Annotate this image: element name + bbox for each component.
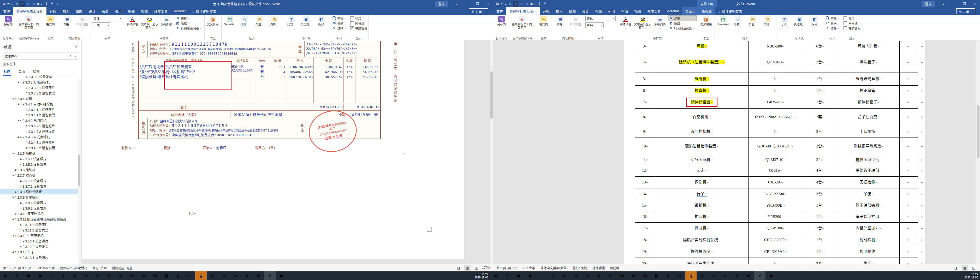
taskbar-icon[interactable]: ◉ (524, 271, 536, 280)
shapes-button[interactable]: ◇形状 ⌄ (238, 16, 252, 26)
ribbon-tab[interactable]: Acrobat (664, 7, 682, 15)
cell-blank[interactable] (900, 86, 916, 96)
cell-number[interactable]: 19 (635, 246, 655, 258)
ribbon-tab[interactable]: ☼ 操作说明搜索 (715, 7, 746, 15)
cell-purpose[interactable]: 生产 (838, 258, 900, 264)
taskbar-icon[interactable]: A (218, 271, 230, 280)
close-button[interactable]: ✕ (483, 0, 493, 7)
cell-purpose[interactable]: 管子抽真空 (838, 108, 900, 126)
compare-button[interactable]: ◫比较 ⌄ (285, 16, 299, 26)
shapes-button[interactable]: ◇形状 ⌄ (731, 16, 745, 26)
taskbar-icon[interactable]: ✎ (115, 271, 126, 280)
share-button[interactable]: ⎗共享⌄ (956, 8, 975, 14)
ribbon-tab[interactable]: 开发工具 (151, 7, 171, 15)
nav-tree-item[interactable]: 4.2.3.12.2 设备发票 (0, 244, 81, 249)
replace-button[interactable]: ab替换 (824, 21, 841, 25)
cell-name[interactable]: 空气压缩机 (655, 155, 749, 165)
cell-model[interactable]: NBC-500 (749, 41, 803, 52)
nav-tree-item[interactable]: 4.2.3.4.2.1 设备照片 (0, 123, 81, 129)
ribbon-tab[interactable]: 文件 (0, 7, 13, 15)
cell-purpose[interactable]: 内管外壁抛丸 (838, 223, 900, 234)
font-size-combo[interactable]: 小四▾ (92, 22, 110, 28)
font-size-combo[interactable]: 五号▾ (585, 22, 604, 28)
qat-icon[interactable]: ↶ ⌄ (501, 1, 507, 6)
smartart-button[interactable]: ◫SmartArt (223, 16, 237, 26)
cell-quantity[interactable]: 2台 (803, 223, 838, 234)
borders-button[interactable]: ⊞边框⌄ (668, 16, 696, 21)
line-spacing-button[interactable]: ⇅行和段落间距⌄ (668, 25, 696, 30)
nav-tree-item[interactable]: 4.2.3.9.1 设备照片 (0, 200, 81, 205)
cell-purpose[interactable]: 测试视导热系数 (838, 138, 900, 155)
qat-icon[interactable]: ↻ (507, 1, 512, 6)
web-layout-icon[interactable]: ◫ (473, 265, 479, 270)
cell-quantity[interactable]: 2套 (803, 138, 838, 155)
cell-blank[interactable] (900, 73, 916, 85)
login-button[interactable]: 登录 (435, 1, 448, 7)
nav-tree-item[interactable]: 4.2.3.10 液压拧扣机 (0, 211, 81, 216)
cell-blank[interactable] (900, 200, 916, 211)
ribbon-tab[interactable]: 鑫晟宇标书汇专用 (506, 7, 540, 15)
cell-quantity[interactable]: 1台 (803, 212, 838, 222)
cell-model[interactable]: Q1319 (749, 165, 803, 177)
taskbar-icon[interactable]: X (731, 271, 743, 280)
cell-number[interactable]: 17 (635, 223, 655, 234)
nav-tree-item[interactable]: 4.2.3.3.2 设备发票 (0, 74, 81, 80)
cell-number[interactable]: 12 (635, 165, 655, 177)
cell-model[interactable]: CPJ-3025A2 (749, 246, 803, 258)
cell-quantity[interactable]: 3台 (803, 155, 838, 165)
save-as-button[interactable]: ✎另存为 (495, 16, 509, 26)
nav-tree-item[interactable]: 4.2.3.4.2.2 设备发票 (0, 129, 81, 134)
cell-blank[interactable] (900, 223, 916, 234)
expand-icon[interactable]: ◢ (11, 97, 14, 100)
cell-number[interactable]: 9 (635, 126, 655, 137)
cell-name[interactable]: 隔热油管检测装置 (655, 138, 749, 155)
cell-number[interactable]: 6 (635, 86, 655, 96)
font-color-button[interactable]: A字体颜色 ⌄ (125, 16, 139, 30)
nav-tree-item[interactable]: 4.2.3.5.1 设备照片 (0, 156, 81, 162)
cell-quantity[interactable]: 4台 (803, 165, 838, 177)
expand-icon[interactable]: ◢ (11, 152, 14, 154)
cell-purpose[interactable]: 缠绕玻璃丝布 (838, 73, 900, 85)
nav-tree-item[interactable]: 4.2.3.8 预伸长装置 (0, 189, 81, 194)
login-button[interactable]: 登录 (922, 1, 935, 7)
taskbar-icon[interactable]: ⊞ (490, 271, 501, 280)
cell-model[interactable]: CJE-2A (749, 177, 803, 188)
cell-model[interactable]: GDC-40（103 Kw） (749, 138, 803, 155)
nav-tree-item[interactable]: ◢ 4.2.3.3.3 万能试验机 (0, 80, 81, 85)
nav-tree-item[interactable]: 4.2.3.4.3.1 设备照片 (0, 140, 81, 145)
ribbon-tab[interactable]: 开发工具 (644, 7, 664, 15)
vertical-scrollbar[interactable] (489, 40, 493, 264)
ribbon-tab[interactable]: ☼ 操作说明搜索 (189, 7, 220, 15)
nav-tree-item[interactable]: 4.2.3.11.2 设备发票 (0, 227, 81, 233)
qat-icon[interactable]: ≣ ⌄ (37, 1, 43, 6)
table-button[interactable]: ▦表格 ⌄ (554, 16, 568, 26)
cell-purpose[interactable]: 上卸接箍 (838, 126, 900, 137)
taskbar-icon[interactable]: X (241, 271, 253, 280)
taskbar-icon[interactable]: ⁘ (536, 271, 547, 280)
cell-purpose[interactable]: 平整管子端部 (838, 165, 900, 177)
shading-button[interactable]: ◩底纹⌄ (668, 21, 696, 25)
gridlines-checkbox[interactable]: 网格线 (350, 21, 367, 25)
cell-quantity[interactable]: 1台 (803, 234, 838, 246)
cell-purpose[interactable]: 焊接内外管 (838, 41, 900, 52)
nav-search-input[interactable]: 健康体检 ✕ ⌄ (3, 52, 78, 59)
cell-quantity[interactable]: 3台 (803, 188, 838, 200)
maximize-button[interactable]: ❐ (959, 0, 970, 7)
taskbar-icon[interactable]: Q (172, 271, 184, 280)
nav-tree-item[interactable]: 4.2.3.7.2 设备发票 (0, 183, 81, 189)
cell-model[interactable]: CHG-G200P (749, 234, 803, 246)
cell-name[interactable]: 真空机组 (655, 108, 749, 126)
taskbar-icon[interactable]: Q (697, 271, 708, 280)
qat-icon[interactable]: ⇕ (537, 1, 542, 6)
nav-tree-item[interactable]: ◢ 4.2.3.4.2 电阻焊机 (0, 118, 81, 123)
taskbar-icon[interactable]: ⎙ (582, 271, 593, 280)
qat-icon[interactable]: ≡ (19, 1, 25, 6)
taskbar-icon[interactable]: YS (149, 271, 161, 280)
smartart-button[interactable]: ◫SmartArt (716, 16, 730, 26)
qat-icon[interactable]: ≡ (519, 1, 524, 6)
nav-tree-item[interactable]: 4.2.3.6 缠绕机 (0, 167, 81, 172)
shading-button[interactable]: ◩底纹⌄ (175, 21, 203, 25)
taskbar-icon[interactable]: A (708, 271, 719, 280)
expand-icon[interactable]: ◢ (11, 218, 14, 220)
select-button[interactable]: ↖选择⌄ (331, 25, 348, 30)
